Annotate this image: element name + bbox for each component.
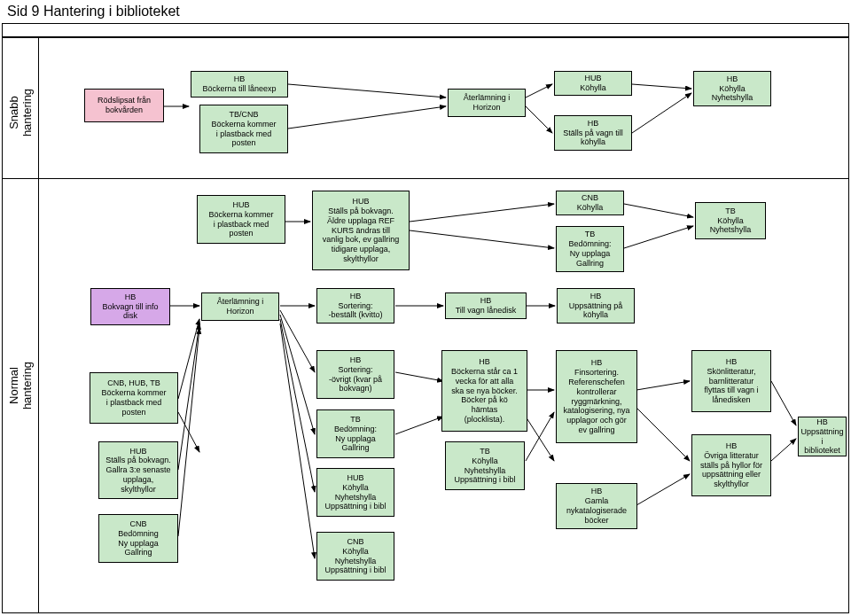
node-rodslipsat: Rödslipsat frånbokvården bbox=[84, 89, 164, 122]
node-tb-kohylla-nyhet: TBKöhyllaNyhetshylla bbox=[695, 202, 766, 239]
node-tb-bedomning-2: TBBedömning:Ny upplagaGallring bbox=[316, 409, 394, 458]
node-hb-uppsattning-bibl: HBUppsättning ibiblioteket bbox=[798, 417, 847, 456]
node-hb-finsortering: HBFinsortering.Referenschefenkontrollera… bbox=[556, 350, 637, 443]
node-cnbhubtb-plastback: CNB, HUB, TBBöckerna kommeri plastback m… bbox=[90, 372, 178, 424]
node-hb-sort-ovrigt: HBSortering:-övrigt (kvar påbokvagn) bbox=[316, 350, 394, 399]
node-aterlamning-2: Återlämning iHorizon bbox=[201, 292, 279, 321]
node-hb-sort-bestallt: HBSortering:-beställt (kvitto) bbox=[316, 288, 394, 324]
node-hb-till-vagn: HBTill vagn lånedisk bbox=[445, 292, 527, 319]
node-hub-kohylla: HUBKöhylla bbox=[554, 71, 632, 96]
node-hb-uppsattning-kohylla: HBUppsättning påköhylla bbox=[557, 288, 635, 324]
lane-label-snabb: Snabbhantering bbox=[7, 82, 34, 144]
node-tb-bedomning-1: TBBedömning:Ny upplagaGallring bbox=[556, 226, 624, 272]
node-hb-bokvagn-info: HBBokvagn till infodisk bbox=[90, 288, 170, 325]
page-title: Sid 9 Hantering i biblioteket bbox=[7, 4, 180, 19]
node-hb-stalls-vagn: HBStälls på vagn tillköhylla bbox=[554, 115, 632, 151]
node-hub-uppsattning-bibl: HUBKöhyllaNyhetshyllaUppsättning i bibl bbox=[316, 468, 394, 517]
node-hb-vecka: HBBöckerna står ca 1vecka för att allask… bbox=[441, 350, 527, 432]
node-hub-stalls-bokvagn: HUBStälls på bokvagn.Äldre upplaga REFKU… bbox=[312, 191, 410, 270]
node-hub-gallra: HUBStälls på bokvagn.Gallra 3:e senasteu… bbox=[98, 441, 178, 499]
node-cnb-kohylla: CNBKöhylla bbox=[556, 191, 624, 215]
frame-top bbox=[2, 23, 849, 37]
node-cnb-uppsattning-bibl: CNBKöhyllaNyhetshyllaUppsättning i bibl bbox=[316, 532, 394, 581]
node-cnb-bedomning: CNBBedömningNy upplagaGallring bbox=[98, 514, 178, 563]
node-tbcnb-plastback: TB/CNBBöckerna kommeri plastback medpost… bbox=[199, 105, 288, 153]
node-hb-ovriga: HBÖvriga litteraturställs på hyllor föru… bbox=[691, 434, 771, 496]
node-aterlamning-1: Återlämning iHorizon bbox=[448, 89, 526, 117]
node-hb-kohylla-nyhet: HBKöhyllaNyhetshylla bbox=[693, 71, 771, 106]
node-hb-gamla: HBGamlanykatalogiseradeböcker bbox=[556, 483, 637, 529]
lane-label-normal: Normalhantering bbox=[7, 355, 34, 417]
node-hb-laneexp: HBBöckerna till låneexp bbox=[191, 71, 288, 97]
node-tb-uppsattning-bibl: TBKöhyllaNyhetshyllaUppsättning i bibl bbox=[445, 441, 525, 490]
node-hub-plastback: HUBBöckerna kommeri plastback medposten bbox=[197, 195, 285, 244]
node-hb-skonlitt: HBSkönlitteratur,barnlitteraturflyttas t… bbox=[691, 350, 771, 412]
